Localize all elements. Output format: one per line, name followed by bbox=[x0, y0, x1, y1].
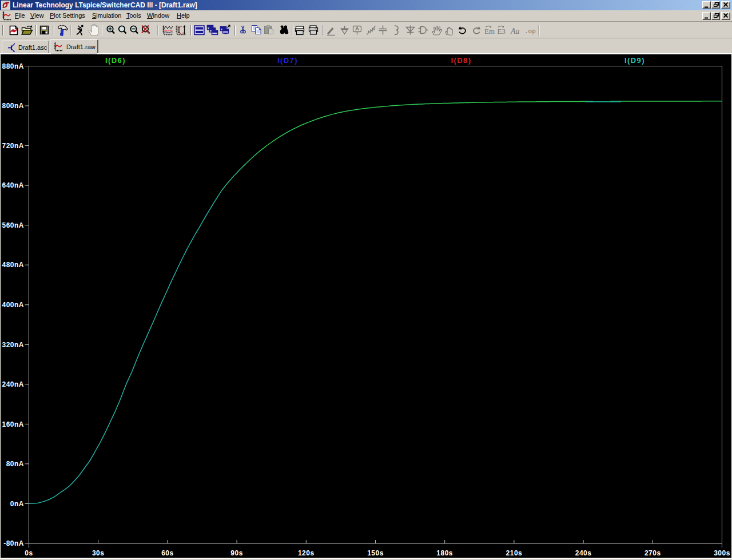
svg-text:720nA: 720nA bbox=[2, 142, 24, 150]
svg-text:I(D7): I(D7) bbox=[277, 56, 298, 65]
svg-text:880nA: 880nA bbox=[2, 62, 24, 70]
svg-text:300s: 300s bbox=[714, 549, 730, 557]
svg-text:60s: 60s bbox=[161, 549, 174, 557]
svg-text:Aa: Aa bbox=[510, 27, 520, 35]
svg-text:-80nA: -80nA bbox=[3, 539, 24, 547]
svg-text:210s: 210s bbox=[506, 549, 523, 557]
svg-text:150s: 150s bbox=[367, 549, 384, 557]
svg-text:120s: 120s bbox=[298, 549, 315, 557]
svg-text:0nA: 0nA bbox=[10, 500, 24, 508]
svg-text:I(D6): I(D6) bbox=[105, 56, 126, 65]
svg-text:160nA: 160nA bbox=[2, 420, 24, 428]
svg-text:800nA: 800nA bbox=[2, 102, 24, 110]
svg-text:90s: 90s bbox=[230, 549, 243, 557]
svg-text:270s: 270s bbox=[645, 549, 661, 557]
svg-text:Em: Em bbox=[484, 27, 495, 35]
svg-text:400nA: 400nA bbox=[2, 301, 24, 309]
svg-text:240nA: 240nA bbox=[2, 380, 24, 388]
svg-text:480nA: 480nA bbox=[2, 261, 24, 269]
svg-text:320nA: 320nA bbox=[2, 341, 24, 349]
svg-text:640nA: 640nA bbox=[2, 181, 24, 189]
svg-text:30s: 30s bbox=[92, 549, 105, 557]
svg-text:.op: .op bbox=[524, 28, 536, 35]
svg-text:I(D9): I(D9) bbox=[624, 56, 645, 65]
svg-text:240s: 240s bbox=[575, 549, 592, 557]
svg-text:E3: E3 bbox=[498, 27, 506, 35]
svg-text:0s: 0s bbox=[25, 549, 33, 557]
svg-text:560nA: 560nA bbox=[2, 221, 24, 229]
svg-text:180s: 180s bbox=[436, 549, 453, 557]
svg-text:80nA: 80nA bbox=[6, 460, 24, 468]
svg-text:I(D8): I(D8) bbox=[451, 56, 472, 65]
